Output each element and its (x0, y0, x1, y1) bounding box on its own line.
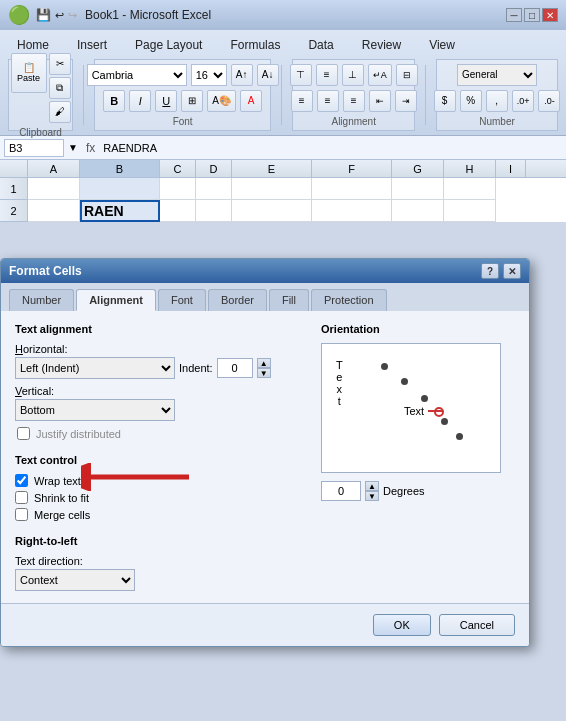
fill-color-button[interactable]: A🎨 (207, 90, 236, 112)
maximize-btn[interactable]: □ (524, 8, 540, 22)
border-button[interactable]: ⊞ (181, 90, 203, 112)
font-name-select[interactable]: Cambria (87, 64, 187, 86)
redo-icon[interactable]: ↪ (68, 9, 77, 22)
cancel-button[interactable]: Cancel (439, 614, 515, 636)
tab-fill[interactable]: Fill (269, 289, 309, 311)
number-format-select[interactable]: General (457, 64, 537, 86)
currency-btn[interactable]: $ (434, 90, 456, 112)
shrink-to-fit-check[interactable] (15, 491, 28, 504)
cell-a1[interactable] (28, 178, 80, 200)
undo-icon[interactable]: ↩ (55, 9, 64, 22)
dialog-right: Orientation T e x t (321, 323, 515, 591)
tab-alignment[interactable]: Alignment (76, 289, 156, 311)
cell-h2[interactable] (444, 200, 496, 222)
align-center-btn[interactable]: ≡ (317, 90, 339, 112)
indent-spin-up[interactable]: ▲ (257, 358, 271, 368)
wrap-text-check[interactable] (15, 474, 28, 487)
dialog-close-btn[interactable]: ✕ (503, 263, 521, 279)
cell-d1[interactable] (196, 178, 232, 200)
cell-f1[interactable] (312, 178, 392, 200)
merge-cells-check[interactable] (15, 508, 28, 521)
cell-g2[interactable] (392, 200, 444, 222)
font-color-button[interactable]: A (240, 90, 262, 112)
dec-decrease-btn[interactable]: .0- (538, 90, 560, 112)
indent-input[interactable] (217, 358, 253, 378)
ribbon-content: 📋Paste ✂ ⧉ 🖌 Clipboard Cambria 16 A↑ (0, 55, 566, 135)
bold-button[interactable]: B (103, 90, 125, 112)
increase-font-btn[interactable]: A↑ (231, 64, 253, 86)
align-right-btn[interactable]: ≡ (343, 90, 365, 112)
underline-button[interactable]: U (155, 90, 177, 112)
justify-distributed-check[interactable] (17, 427, 30, 440)
paste-button[interactable]: 📋Paste (11, 53, 47, 93)
formula-input[interactable] (103, 142, 562, 154)
minimize-btn[interactable]: ─ (506, 8, 522, 22)
tab-font[interactable]: Font (158, 289, 206, 311)
text-direction-select[interactable]: Context Left-to-Right Right-to-Left (15, 569, 135, 591)
orient-dot-1 (381, 363, 388, 370)
orient-dot-5 (456, 433, 463, 440)
increase-indent-btn[interactable]: ⇥ (395, 90, 417, 112)
align-middle-btn[interactable]: ≡ (316, 64, 338, 86)
degrees-row: ▲ ▼ Degrees (321, 481, 515, 501)
merge-center-btn[interactable]: ⊟ (396, 64, 418, 86)
tab-data[interactable]: Data (295, 34, 346, 55)
cell-c2[interactable] (160, 200, 196, 222)
percent-btn[interactable]: % (460, 90, 482, 112)
orient-red-line (428, 410, 442, 412)
cell-e1[interactable] (232, 178, 312, 200)
decrease-indent-btn[interactable]: ⇤ (369, 90, 391, 112)
tab-page-layout[interactable]: Page Layout (122, 34, 215, 55)
cell-e2[interactable] (232, 200, 312, 222)
degrees-input[interactable] (321, 481, 361, 501)
formula-dropdown-icon[interactable]: ▼ (68, 142, 78, 153)
dialog-help-btn[interactable]: ? (481, 263, 499, 279)
cut-button[interactable]: ✂ (49, 53, 71, 75)
cell-b1[interactable] (80, 178, 160, 200)
orientation-box: T e x t (321, 343, 501, 473)
indent-spin-down[interactable]: ▼ (257, 368, 271, 378)
degrees-spin-down[interactable]: ▼ (365, 491, 379, 501)
indent-label: Indent: (179, 362, 213, 374)
format-painter-button[interactable]: 🖌 (49, 101, 71, 123)
dec-increase-btn[interactable]: .0+ (512, 90, 535, 112)
wrap-text-btn[interactable]: ↵A (368, 64, 392, 86)
tab-border[interactable]: Border (208, 289, 267, 311)
col-header-b[interactable]: B (80, 160, 160, 177)
cell-ref-input[interactable] (4, 139, 64, 157)
align-bottom-btn[interactable]: ⊥ (342, 64, 364, 86)
wrap-text-label: Wrap text (34, 475, 81, 487)
italic-button[interactable]: I (129, 90, 151, 112)
copy-button[interactable]: ⧉ (49, 77, 71, 99)
align-top-btn[interactable]: ⊤ (290, 64, 312, 86)
cell-d2[interactable] (196, 200, 232, 222)
tab-number[interactable]: Number (9, 289, 74, 311)
tab-formulas[interactable]: Formulas (217, 34, 293, 55)
horizontal-select[interactable]: Left (Indent) General Center Right (Inde… (15, 357, 175, 379)
vertical-select[interactable]: Bottom Top Center Justify Distributed (15, 399, 175, 421)
alignment-group: ⊤ ≡ ⊥ ↵A ⊟ ≡ ≡ ≡ ⇤ ⇥ Alignment (292, 59, 415, 131)
align-left-btn[interactable]: ≡ (291, 90, 313, 112)
tab-review[interactable]: Review (349, 34, 414, 55)
font-size-select[interactable]: 16 (191, 64, 227, 86)
dialog-tabs: Number Alignment Font Border Fill Protec… (1, 283, 529, 311)
comma-btn[interactable]: , (486, 90, 508, 112)
formula-bar: ▼ fx (0, 136, 566, 160)
save-icon[interactable]: 💾 (36, 8, 51, 22)
orient-letter-e: e (336, 371, 342, 383)
cell-h1[interactable] (444, 178, 496, 200)
format-cells-dialog: Format Cells ? ✕ Number Alignment Font B… (0, 258, 530, 647)
cell-a2[interactable] (28, 200, 80, 222)
decrease-font-btn[interactable]: A↓ (257, 64, 279, 86)
cell-c1[interactable] (160, 178, 196, 200)
tab-protection[interactable]: Protection (311, 289, 387, 311)
cell-g1[interactable] (392, 178, 444, 200)
close-btn[interactable]: ✕ (542, 8, 558, 22)
degrees-spin-up[interactable]: ▲ (365, 481, 379, 491)
cell-b2[interactable]: RAEN (80, 200, 160, 222)
cell-f2[interactable] (312, 200, 392, 222)
col-header-g: G (392, 160, 444, 177)
tab-insert[interactable]: Insert (64, 34, 120, 55)
tab-view[interactable]: View (416, 34, 468, 55)
ok-button[interactable]: OK (373, 614, 431, 636)
